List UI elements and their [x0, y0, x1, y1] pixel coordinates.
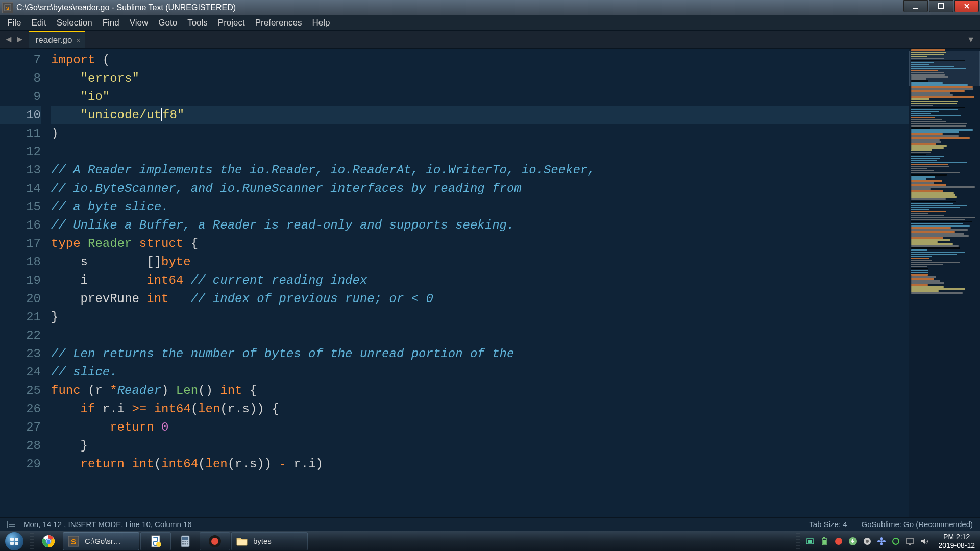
python-script-icon — [149, 534, 163, 548]
menu-selection[interactable]: Selection — [52, 16, 97, 30]
svg-rect-44 — [906, 539, 914, 543]
line-number[interactable]: 20 — [0, 290, 41, 308]
line-number[interactable]: 10 — [0, 106, 41, 124]
taskbar-clock[interactable]: PM 2:12 2019-08-12 — [933, 533, 980, 550]
line-number[interactable]: 29 — [0, 455, 41, 473]
menu-find[interactable]: Find — [97, 16, 125, 30]
line-number[interactable]: 23 — [0, 345, 41, 363]
code-line[interactable]: // Len returns the number of bytes of th… — [51, 345, 909, 363]
code-line[interactable] — [51, 327, 909, 345]
code-line[interactable]: s []byte — [51, 253, 909, 271]
tray-device-icon[interactable] — [805, 537, 815, 546]
code-line[interactable]: "io" — [51, 88, 909, 106]
tray-battery-icon[interactable] — [820, 537, 829, 546]
code-line[interactable]: import ( — [51, 51, 909, 69]
code-line[interactable]: if r.i >= int64(len(r.s)) { — [51, 400, 909, 418]
code-line[interactable]: } — [51, 437, 909, 455]
code-line[interactable]: prevRune int // index of previous rune; … — [51, 290, 909, 308]
line-number[interactable]: 16 — [0, 216, 41, 235]
nav-back-icon[interactable]: ◄ — [3, 34, 14, 45]
line-number[interactable]: 8 — [0, 69, 41, 88]
tab-close-icon[interactable]: × — [76, 36, 80, 44]
panel-switcher-icon[interactable] — [7, 521, 16, 528]
nav-forward-icon[interactable]: ► — [14, 34, 26, 45]
line-number[interactable]: 27 — [0, 418, 41, 437]
code-line[interactable]: // A Reader implements the io.Reader, io… — [51, 161, 909, 180]
status-syntax[interactable]: GoSublime: Go (Recommended) — [862, 520, 973, 529]
minimap[interactable] — [909, 49, 980, 517]
close-button[interactable] — [954, 0, 979, 12]
line-number[interactable]: 15 — [0, 198, 41, 216]
code-line[interactable]: } — [51, 308, 909, 327]
file-tab[interactable]: reader.go × — [29, 31, 85, 48]
tray-volume-icon[interactable] — [920, 537, 929, 546]
menu-preferences[interactable]: Preferences — [250, 16, 307, 30]
taskbar-recorder[interactable] — [200, 532, 230, 550]
tray-record-icon[interactable] — [834, 537, 843, 546]
svg-rect-20 — [182, 537, 188, 540]
taskbar-calculator[interactable] — [172, 532, 199, 550]
tab-overflow-icon[interactable]: ▼ — [967, 35, 975, 44]
line-number[interactable]: 17 — [0, 235, 41, 253]
code-line[interactable]: return 0 — [51, 418, 909, 437]
tray-sync-icon[interactable] — [891, 537, 900, 546]
code-line[interactable]: "unicode/utf8" — [51, 106, 909, 124]
code-line[interactable]: // a byte slice. — [51, 198, 909, 216]
svg-rect-6 — [10, 538, 14, 541]
svg-point-28 — [211, 538, 218, 545]
line-gutter[interactable]: 7891011121314151617181920212223242526272… — [0, 49, 51, 517]
tray-download-icon[interactable] — [848, 537, 857, 546]
code-line[interactable]: return int(int64(len(r.s)) - r.i) — [51, 455, 909, 473]
status-left[interactable]: Mon, 14 12 , INSERT MODE, Line 10, Colum… — [23, 520, 809, 529]
line-number[interactable]: 13 — [0, 161, 41, 180]
svg-point-34 — [835, 538, 842, 545]
tray-fan-icon[interactable] — [877, 537, 886, 546]
line-number[interactable]: 11 — [0, 124, 41, 143]
taskbar-separator — [796, 533, 800, 549]
maximize-button[interactable] — [929, 0, 953, 12]
line-number[interactable]: 14 — [0, 180, 41, 198]
svg-point-18 — [156, 542, 161, 547]
taskbar-pyscripter[interactable] — [140, 532, 171, 550]
code-line[interactable]: "errors" — [51, 69, 909, 88]
menu-tools[interactable]: Tools — [182, 16, 213, 30]
line-number[interactable]: 28 — [0, 437, 41, 455]
tray-app-icon[interactable] — [863, 537, 872, 546]
code-line[interactable]: ) — [51, 124, 909, 143]
code-line[interactable]: // io.ByteScanner, and io.RuneScanner in… — [51, 180, 909, 198]
taskbar-explorer[interactable]: bytes — [231, 532, 308, 550]
line-number[interactable]: 7 — [0, 51, 41, 69]
menu-edit[interactable]: Edit — [26, 16, 51, 30]
line-number[interactable]: 18 — [0, 253, 41, 271]
minimize-button[interactable] — [903, 0, 928, 12]
code-line[interactable]: i int64 // current reading index — [51, 271, 909, 290]
line-number[interactable]: 9 — [0, 88, 41, 106]
code-area[interactable]: import ( "errors" "io" "unicode/utf8")//… — [51, 49, 909, 517]
code-line[interactable]: // slice. — [51, 363, 909, 382]
menu-goto[interactable]: Goto — [153, 16, 182, 30]
code-line[interactable]: // Unlike a Buffer, a Reader is read-onl… — [51, 216, 909, 235]
menu-project[interactable]: Project — [213, 16, 250, 30]
taskbar-chrome[interactable] — [35, 532, 62, 550]
sublime-icon: S — [66, 534, 81, 548]
taskbar-sublime[interactable]: S C:\Go\sr… — [63, 532, 139, 550]
line-number[interactable]: 26 — [0, 400, 41, 418]
menu-file[interactable]: File — [2, 16, 26, 30]
line-number[interactable]: 22 — [0, 327, 41, 345]
status-tab-size[interactable]: Tab Size: 4 — [809, 520, 847, 529]
code-line[interactable] — [51, 143, 909, 161]
menu-view[interactable]: View — [125, 16, 154, 30]
line-number[interactable]: 12 — [0, 143, 41, 161]
line-number[interactable]: 21 — [0, 308, 41, 327]
line-number[interactable]: 25 — [0, 382, 41, 400]
menu-help[interactable]: Help — [307, 16, 335, 30]
line-number[interactable]: 19 — [0, 271, 41, 290]
system-tray — [801, 537, 933, 546]
tray-monitor-icon[interactable] — [905, 537, 915, 546]
line-number[interactable]: 24 — [0, 363, 41, 382]
calculator-icon — [178, 534, 192, 548]
svg-rect-24 — [182, 543, 184, 544]
code-line[interactable]: type Reader struct { — [51, 235, 909, 253]
code-line[interactable]: func (r *Reader) Len() int { — [51, 382, 909, 400]
start-button[interactable] — [0, 531, 29, 552]
